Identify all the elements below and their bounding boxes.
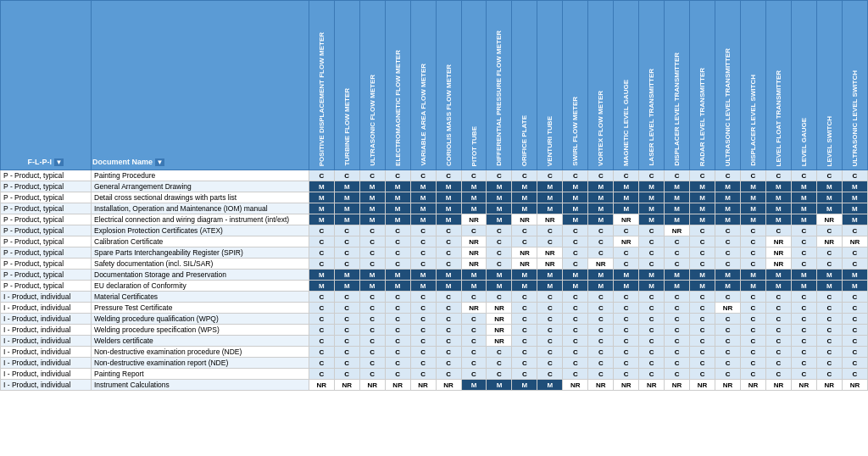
cell-19-6: M	[461, 380, 487, 391]
cell-14-4: C	[410, 325, 436, 336]
cell-19-19: NR	[791, 380, 816, 391]
cell-13-17: C	[741, 314, 766, 325]
cell-18-21: C	[842, 369, 867, 380]
flpi-cell: I - Product, individual	[1, 303, 92, 314]
cell-6-21: NR	[842, 236, 867, 247]
cell-8-6: NR	[461, 259, 487, 270]
table-row: P - Product, typicalCalibration Certific…	[1, 236, 868, 247]
cell-15-17: C	[741, 336, 766, 347]
cell-8-0: C	[309, 259, 334, 270]
doc-name-cell: Installation, Operation and Maintenance …	[92, 203, 309, 214]
cell-10-2: M	[359, 281, 385, 292]
cell-2-0: M	[309, 192, 334, 203]
cell-19-4: NR	[410, 380, 436, 391]
cell-11-21: C	[842, 292, 867, 303]
table-row: I - Product, individualWelders certifica…	[1, 336, 868, 347]
cell-0-3: C	[385, 170, 410, 181]
cell-15-20: C	[816, 336, 842, 347]
table-row: P - Product, typicalDetail cross section…	[1, 192, 868, 203]
cell-13-16: C	[715, 314, 741, 325]
cell-12-20: C	[816, 303, 842, 314]
flpi-cell: I - Product, individual	[1, 347, 92, 358]
cell-2-19: M	[791, 192, 816, 203]
cell-15-19: C	[791, 336, 816, 347]
cell-11-7: C	[487, 292, 512, 303]
col-header-flpi[interactable]: F-L-P-I ▼	[1, 1, 92, 170]
col-header-label-9: VENTURI TUBE	[546, 116, 554, 166]
cell-17-10: C	[563, 358, 588, 369]
cell-2-2: M	[359, 192, 385, 203]
cell-15-18: C	[765, 336, 791, 347]
docname-filter-btn[interactable]: ▼	[155, 158, 165, 166]
cell-19-17: NR	[741, 380, 766, 391]
cell-4-6: NR	[461, 214, 487, 225]
cell-17-20: C	[816, 358, 842, 369]
cell-13-14: C	[665, 314, 690, 325]
cell-5-9: C	[537, 225, 563, 236]
table-row: P - Product, typicalInstallation, Operat…	[1, 203, 868, 214]
cell-4-7: M	[487, 214, 512, 225]
cell-2-1: M	[334, 192, 359, 203]
cell-17-5: C	[436, 358, 461, 369]
flpi-cell: I - Product, individual	[1, 358, 92, 369]
cell-16-15: C	[690, 347, 715, 358]
col-header-docname[interactable]: Document Name ▼	[92, 1, 309, 170]
flpi-cell: P - Product, typical	[1, 225, 92, 236]
cell-9-17: M	[741, 270, 766, 281]
cell-9-21: M	[842, 270, 867, 281]
cell-13-5: C	[436, 314, 461, 325]
cell-3-15: M	[690, 203, 715, 214]
cell-10-19: M	[791, 281, 816, 292]
doc-name-cell: EU declaration of Conformity	[92, 281, 309, 292]
cell-1-14: M	[665, 181, 690, 192]
cell-7-4: C	[410, 247, 436, 259]
cell-2-8: M	[512, 192, 537, 203]
cell-16-2: C	[359, 347, 385, 358]
cell-16-0: C	[309, 347, 334, 358]
cell-16-3: C	[385, 347, 410, 358]
cell-13-3: C	[385, 314, 410, 325]
cell-2-5: M	[436, 192, 461, 203]
cell-16-16: C	[715, 347, 741, 358]
cell-1-8: M	[512, 181, 537, 192]
cell-18-8: C	[512, 369, 537, 380]
cell-15-3: C	[385, 336, 410, 347]
cell-15-0: C	[309, 336, 334, 347]
flpi-filter-btn[interactable]: ▼	[54, 158, 64, 166]
cell-1-11: M	[588, 181, 614, 192]
col-header-label-18: LEVEL FLOAT TRANSMITTER	[775, 70, 782, 166]
cell-17-17: C	[741, 358, 766, 369]
cell-18-13: C	[639, 369, 665, 380]
cell-19-18: NR	[765, 380, 791, 391]
cell-2-3: M	[385, 192, 410, 203]
cell-9-16: M	[715, 270, 741, 281]
docname-label: Document Name	[92, 158, 153, 166]
flpi-label: F-L-P-I	[28, 158, 53, 166]
cell-18-9: C	[537, 369, 563, 380]
cell-15-13: C	[639, 336, 665, 347]
cell-18-1: C	[334, 369, 359, 380]
cell-3-10: M	[563, 203, 588, 214]
cell-8-14: C	[665, 259, 690, 270]
table-section[interactable]: F-L-P-I ▼ Document Name ▼ POSITIVE DISPL…	[0, 0, 868, 456]
doc-name-cell: Documentation Storage and Preservation	[92, 270, 309, 281]
cell-16-18: C	[765, 347, 791, 358]
cell-6-20: NR	[816, 236, 842, 247]
col-header-0: POSITIVE DISPLACEMENT FLOW METER	[309, 1, 334, 170]
cell-0-13: C	[639, 170, 665, 181]
cell-7-16: C	[715, 247, 741, 259]
cell-11-20: C	[816, 292, 842, 303]
doc-name-cell: Spare Parts Interchangeability Register …	[92, 247, 309, 259]
cell-5-4: C	[410, 225, 436, 236]
cell-11-18: C	[765, 292, 791, 303]
col-header-7: DIFFERENTIAL PRESSURE FLOW METER	[487, 1, 512, 170]
cell-16-8: C	[512, 347, 537, 358]
cell-10-20: M	[816, 281, 842, 292]
cell-2-14: M	[665, 192, 690, 203]
cell-13-15: C	[690, 314, 715, 325]
doc-name-cell: Pressure Test Certificate	[92, 303, 309, 314]
cell-12-7: NR	[487, 303, 512, 314]
cell-3-0: M	[309, 203, 334, 214]
flpi-cell: P - Product, typical	[1, 192, 92, 203]
cell-17-3: C	[385, 358, 410, 369]
